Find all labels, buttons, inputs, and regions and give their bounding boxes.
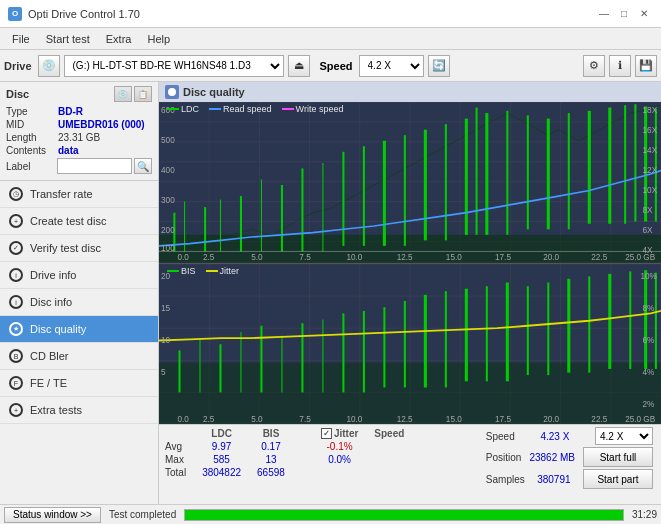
bottom-chart: BIS Jitter — [159, 264, 661, 425]
max-jitter: 0.0% — [313, 453, 366, 466]
disc-contents-row: Contents data — [6, 145, 152, 156]
svg-text:300: 300 — [161, 194, 175, 204]
sidebar-label-cd-bler: CD Bler — [30, 350, 69, 362]
avg-bis: 0.17 — [249, 440, 293, 453]
status-message: Test completed — [105, 509, 180, 520]
start-part-button[interactable]: Start part — [583, 469, 653, 489]
position-value: 23862 MB — [529, 452, 575, 463]
status-time: 31:29 — [628, 509, 661, 520]
disc-mid-label: MID — [6, 119, 58, 130]
svg-text:10X: 10X — [643, 184, 658, 194]
svg-text:12.5: 12.5 — [397, 413, 413, 424]
svg-text:7.5: 7.5 — [299, 413, 310, 424]
speed-select-control[interactable]: 4.2 X — [595, 427, 653, 445]
eject-button[interactable]: ⏏ — [288, 55, 310, 77]
cd-bler-icon: B — [8, 348, 24, 364]
disc-length-label: Length — [6, 132, 58, 143]
position-label: Position — [486, 452, 522, 463]
svg-text:6%: 6% — [643, 334, 655, 345]
info-button[interactable]: ℹ — [609, 55, 631, 77]
progress-bar — [185, 510, 623, 520]
speed-stat-value: 4.23 X — [540, 431, 569, 442]
drive-select[interactable]: (G:) HL-DT-ST BD-RE WH16NS48 1.D3 — [64, 55, 284, 77]
sidebar-item-verify-test-disc[interactable]: ✓ Verify test disc — [0, 235, 158, 262]
disc-icon-2[interactable]: 📋 — [134, 86, 152, 102]
disc-length-value: 23.31 GB — [58, 132, 100, 143]
speed-info-row: Speed 4.23 X 4.2 X — [486, 427, 653, 445]
svg-text:2.5: 2.5 — [203, 413, 214, 424]
chart-title-bar: Disc quality — [159, 82, 661, 102]
disc-label-apply-button[interactable]: 🔍 — [134, 158, 152, 174]
legend-jitter: Jitter — [206, 266, 240, 276]
titlebar-title: Opti Drive Control 1.70 — [28, 8, 140, 20]
sidebar-item-drive-info[interactable]: i Drive info — [0, 262, 158, 289]
titlebar-left: O Opti Drive Control 1.70 — [8, 7, 140, 21]
close-button[interactable]: ✕ — [635, 6, 653, 22]
svg-text:6X: 6X — [643, 224, 653, 234]
settings-button[interactable]: ⚙ — [583, 55, 605, 77]
svg-text:17.5: 17.5 — [495, 252, 511, 262]
disc-label-row: Label 🔍 — [6, 158, 152, 174]
legend-bis: BIS — [167, 266, 196, 276]
sidebar-label-drive-info: Drive info — [30, 269, 76, 281]
refresh-button[interactable]: 🔄 — [428, 55, 450, 77]
svg-text:12.5: 12.5 — [397, 252, 413, 262]
svg-text:0.0: 0.0 — [177, 413, 188, 424]
titlebar-controls: — □ ✕ — [595, 6, 653, 22]
svg-text:8%: 8% — [643, 302, 655, 313]
disc-label-label: Label — [6, 161, 57, 172]
drive-info-icon: i — [8, 267, 24, 283]
disc-header: Disc 💿 📋 — [6, 86, 152, 102]
svg-text:7.5: 7.5 — [299, 252, 311, 262]
sidebar-item-disc-quality[interactable]: ★ Disc quality — [0, 316, 158, 343]
disc-action-icons: 💿 📋 — [114, 86, 152, 102]
svg-text:25.0 GB: 25.0 GB — [625, 413, 655, 424]
sidebar-item-extra-tests[interactable]: + Extra tests — [0, 397, 158, 424]
avg-jitter: -0.1% — [313, 440, 366, 453]
drive-icon-btn[interactable]: 💿 — [38, 55, 60, 77]
col-jitter: ✓ Jitter — [313, 427, 366, 440]
sidebar-item-cd-bler[interactable]: B CD Bler — [0, 343, 158, 370]
sidebar-item-disc-info[interactable]: i Disc info — [0, 289, 158, 316]
minimize-button[interactable]: — — [595, 6, 613, 22]
sidebar-item-fe-te[interactable]: F FE / TE — [0, 370, 158, 397]
save-button[interactable]: 💾 — [635, 55, 657, 77]
svg-text:12X: 12X — [643, 165, 658, 175]
speed-select[interactable]: 4.2 X — [359, 55, 424, 77]
sidebar-item-transfer-rate[interactable]: ◷ Transfer rate — [0, 181, 158, 208]
svg-text:500: 500 — [161, 135, 175, 145]
sidebar-label-verify-test-disc: Verify test disc — [30, 242, 101, 254]
top-chart: LDC Read speed Write speed — [159, 102, 661, 264]
svg-text:15.0: 15.0 — [446, 252, 462, 262]
svg-text:20.0: 20.0 — [543, 252, 559, 262]
main-layout: Disc 💿 📋 Type BD-R MID UMEBDR016 (000) L… — [0, 82, 661, 504]
svg-text:10.0: 10.0 — [346, 413, 362, 424]
menu-start-test[interactable]: Start test — [38, 31, 98, 47]
svg-text:400: 400 — [161, 165, 175, 175]
svg-text:15.0: 15.0 — [446, 413, 462, 424]
svg-text:25.0 GB: 25.0 GB — [625, 252, 655, 262]
samples-info-row: Samples 380791 Start part — [486, 469, 653, 489]
svg-text:8X: 8X — [643, 204, 653, 214]
col-speed: Speed — [366, 427, 412, 440]
disc-label-input[interactable] — [57, 158, 132, 174]
svg-text:10%: 10% — [641, 270, 657, 281]
disc-mid-value: UMEBDR016 (000) — [58, 119, 145, 130]
sidebar-label-create-test-disc: Create test disc — [30, 215, 106, 227]
status-window-button[interactable]: Status window >> — [4, 507, 101, 523]
svg-text:5.0: 5.0 — [251, 413, 262, 424]
disc-icon-1[interactable]: 💿 — [114, 86, 132, 102]
jitter-checkbox[interactable]: ✓ — [321, 428, 332, 439]
samples-label: Samples — [486, 474, 525, 485]
maximize-button[interactable]: □ — [615, 6, 633, 22]
disc-length-row: Length 23.31 GB — [6, 132, 152, 143]
svg-text:17.5: 17.5 — [495, 413, 511, 424]
menu-file[interactable]: File — [4, 31, 38, 47]
max-bis: 13 — [249, 453, 293, 466]
menubar: File Start test Extra Help — [0, 28, 661, 50]
start-full-button[interactable]: Start full — [583, 447, 653, 467]
menu-help[interactable]: Help — [139, 31, 178, 47]
disc-type-label: Type — [6, 106, 58, 117]
sidebar-item-create-test-disc[interactable]: + Create test disc — [0, 208, 158, 235]
menu-extra[interactable]: Extra — [98, 31, 140, 47]
